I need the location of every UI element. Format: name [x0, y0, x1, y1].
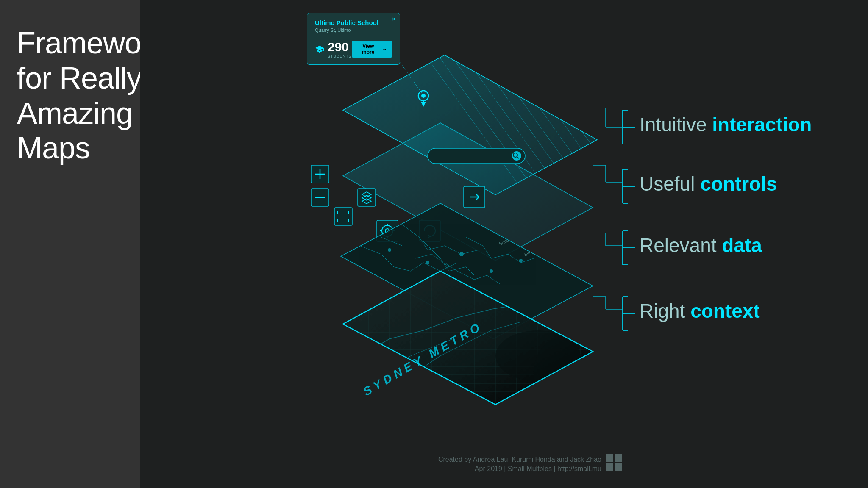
svg-rect-111 [606, 463, 613, 471]
view-more-button[interactable]: View more → [352, 41, 392, 58]
svg-point-61 [459, 252, 464, 256]
popup-stat-number: 290 [328, 40, 349, 54]
svg-text:Apr 2019 | Small Multples | ht: Apr 2019 | Small Multples | http://small… [475, 465, 601, 472]
isometric-scene: Suburb Simpl [140, 0, 868, 488]
label-useful: Useful controls [640, 173, 777, 195]
svg-rect-112 [615, 463, 622, 471]
popup-close-button[interactable]: × [392, 16, 395, 22]
svg-point-62 [490, 269, 493, 273]
sidebar: Framework for Really Amazing Maps [0, 0, 140, 488]
svg-rect-47 [334, 208, 352, 225]
svg-point-59 [388, 248, 391, 252]
label-intuitive: Intuitive interaction [640, 114, 812, 136]
graduation-icon [315, 44, 324, 54]
svg-point-29 [421, 94, 426, 98]
svg-rect-34 [428, 148, 525, 164]
svg-point-63 [519, 259, 523, 262]
popup-title: Ultimo Public School [315, 19, 392, 26]
popup-card: × Ultimo Public School Quarry St, Ultimo… [307, 13, 400, 65]
popup-subtitle: Quarry St, Ultimo [315, 28, 392, 36]
main-content: × Ultimo Public School Quarry St, Ultimo… [140, 0, 868, 488]
svg-point-60 [426, 261, 429, 264]
popup-stat-label: STUDENTS [328, 54, 352, 58]
svg-rect-109 [606, 454, 613, 462]
label-relevant: Relevant data [640, 234, 762, 256]
popup-number: 290 STUDENTS [315, 40, 352, 58]
popup-stats: 290 STUDENTS View more → [315, 40, 392, 58]
label-right: Right context [640, 300, 760, 322]
svg-rect-110 [615, 454, 622, 462]
svg-text:Created by Andrea Lau, Kurumi : Created by Andrea Lau, Kurumi Honda and … [438, 456, 601, 463]
svg-point-88 [534, 339, 584, 407]
